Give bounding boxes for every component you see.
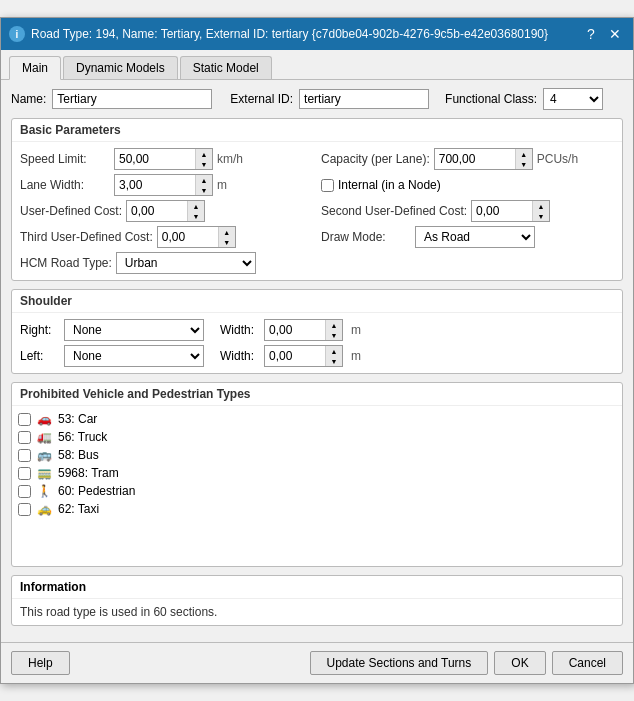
shoulder-right-width-down[interactable]: ▼ [326, 330, 342, 340]
hcm-road-type-select[interactable]: Urban [116, 252, 256, 274]
hcm-road-type-label: HCM Road Type: [20, 256, 112, 270]
update-sections-button[interactable]: Update Sections and Turns [310, 651, 489, 675]
shoulder-right-select[interactable]: None [64, 319, 204, 341]
third-user-cost-down[interactable]: ▼ [219, 237, 235, 247]
lane-width-unit: m [217, 178, 227, 192]
shoulder-left-width-label: Width: [220, 349, 260, 363]
speed-limit-down[interactable]: ▼ [196, 159, 212, 169]
user-cost-up[interactable]: ▲ [188, 201, 204, 211]
vehicle-53-checkbox[interactable] [18, 413, 31, 426]
shoulder-left-row: Left: None Width: ▲ ▼ m [20, 345, 614, 367]
cancel-button[interactable]: Cancel [552, 651, 623, 675]
shoulder-left-width-input[interactable]: ▲ ▼ [264, 345, 343, 367]
func-class-label: Functional Class: [445, 92, 537, 106]
second-user-cost-value[interactable] [472, 202, 532, 220]
third-user-cost-value[interactable] [158, 228, 218, 246]
footer: Help Update Sections and Turns OK Cancel [1, 642, 633, 683]
vehicle-icon-62: 🚕 [37, 502, 52, 516]
help-button[interactable]: Help [11, 651, 70, 675]
lane-width-row: Lane Width: ▲ ▼ m [20, 174, 313, 196]
speed-limit-input[interactable]: ▲ ▼ [114, 148, 213, 170]
dialog: i Road Type: 194, Name: Tertiary, Extern… [0, 17, 634, 684]
shoulder-left-width-value[interactable] [265, 347, 325, 365]
draw-mode-label: Draw Mode: [321, 230, 411, 244]
shoulder-right-label: Right: [20, 323, 60, 337]
capacity-input[interactable]: ▲ ▼ [434, 148, 533, 170]
third-user-cost-up[interactable]: ▲ [219, 227, 235, 237]
func-class-select[interactable]: 4 [543, 88, 603, 110]
user-cost-value[interactable] [127, 202, 187, 220]
second-user-cost-input[interactable]: ▲ ▼ [471, 200, 550, 222]
internal-node-label: Internal (in a Node) [338, 178, 441, 192]
vehicle-58-label: 58: Bus [58, 448, 99, 462]
speed-limit-up[interactable]: ▲ [196, 149, 212, 159]
vehicle-62-checkbox[interactable] [18, 503, 31, 516]
capacity-label: Capacity (per Lane): [321, 152, 430, 166]
capacity-value[interactable] [435, 150, 515, 168]
vehicle-5968-label: 5968: Tram [58, 466, 119, 480]
tab-static-model[interactable]: Static Model [180, 56, 272, 79]
basic-params-body: Speed Limit: ▲ ▼ km/h Capacity (per Lane [12, 142, 622, 280]
user-cost-row: User-Defined Cost: ▲ ▼ [20, 200, 313, 222]
name-input[interactable] [52, 89, 212, 109]
shoulder-right-width-value[interactable] [265, 321, 325, 339]
user-cost-input[interactable]: ▲ ▼ [126, 200, 205, 222]
vehicle-56-checkbox[interactable] [18, 431, 31, 444]
vehicle-56-label: 56: Truck [58, 430, 107, 444]
vehicle-62-label: 62: Taxi [58, 502, 99, 516]
shoulder-right-width-up[interactable]: ▲ [326, 320, 342, 330]
shoulder-left-unit: m [351, 349, 361, 363]
second-user-cost-up[interactable]: ▲ [533, 201, 549, 211]
list-item: 🚗 53: Car [16, 410, 618, 428]
dialog-icon: i [9, 26, 25, 42]
capacity-unit: PCUs/h [537, 152, 578, 166]
name-label: Name: [11, 92, 46, 106]
information-title: Information [12, 576, 622, 599]
vehicle-5968-checkbox[interactable] [18, 467, 31, 480]
vehicle-58-checkbox[interactable] [18, 449, 31, 462]
capacity-up[interactable]: ▲ [516, 149, 532, 159]
basic-params-section: Basic Parameters Speed Limit: ▲ ▼ k [11, 118, 623, 281]
capacity-down[interactable]: ▼ [516, 159, 532, 169]
third-user-cost-input[interactable]: ▲ ▼ [157, 226, 236, 248]
vehicle-icon-58: 🚌 [37, 448, 52, 462]
lane-width-input[interactable]: ▲ ▼ [114, 174, 213, 196]
shoulder-right-width-input[interactable]: ▲ ▼ [264, 319, 343, 341]
list-item: 🚃 5968: Tram [16, 464, 618, 482]
title-bar-text: Road Type: 194, Name: Tertiary, External… [31, 27, 575, 41]
user-cost-down[interactable]: ▼ [188, 211, 204, 221]
speed-limit-unit: km/h [217, 152, 243, 166]
vehicle-icon-60: 🚶 [37, 484, 52, 498]
shoulder-left-width-up[interactable]: ▲ [326, 346, 342, 356]
shoulder-left-select[interactable]: None [64, 345, 204, 367]
second-user-cost-label: Second User-Defined Cost: [321, 204, 467, 218]
speed-limit-value[interactable] [115, 150, 195, 168]
draw-mode-select[interactable]: As Road [415, 226, 535, 248]
tab-dynamic-models[interactable]: Dynamic Models [63, 56, 178, 79]
information-section: Information This road type is used in 60… [11, 575, 623, 626]
vehicle-list: 🚗 53: Car 🚛 56: Truck 🚌 58: Bus 🚃 5968: [12, 406, 622, 566]
help-title-button[interactable]: ? [581, 24, 601, 44]
second-user-cost-down[interactable]: ▼ [533, 211, 549, 221]
lane-width-down[interactable]: ▼ [196, 185, 212, 195]
ok-button[interactable]: OK [494, 651, 545, 675]
vehicle-60-checkbox[interactable] [18, 485, 31, 498]
shoulder-left-width-down[interactable]: ▼ [326, 356, 342, 366]
internal-node-checkbox[interactable] [321, 179, 334, 192]
lane-width-value[interactable] [115, 176, 195, 194]
ext-id-input[interactable] [299, 89, 429, 109]
list-item: 🚌 58: Bus [16, 446, 618, 464]
main-content: Name: External ID: Functional Class: 4 B… [1, 80, 633, 642]
tab-main[interactable]: Main [9, 56, 61, 80]
title-bar: i Road Type: 194, Name: Tertiary, Extern… [1, 18, 633, 50]
shoulder-right-row: Right: None Width: ▲ ▼ m [20, 319, 614, 341]
list-item: 🚶 60: Pedestrian [16, 482, 618, 500]
lane-width-up[interactable]: ▲ [196, 175, 212, 185]
speed-limit-label: Speed Limit: [20, 152, 110, 166]
hcm-road-type-row: HCM Road Type: Urban [20, 252, 614, 274]
close-button[interactable]: ✕ [605, 24, 625, 44]
vehicle-icon-56: 🚛 [37, 430, 52, 444]
shoulder-right-width-label: Width: [220, 323, 260, 337]
lane-width-label: Lane Width: [20, 178, 110, 192]
information-text: This road type is used in 60 sections. [12, 599, 622, 625]
